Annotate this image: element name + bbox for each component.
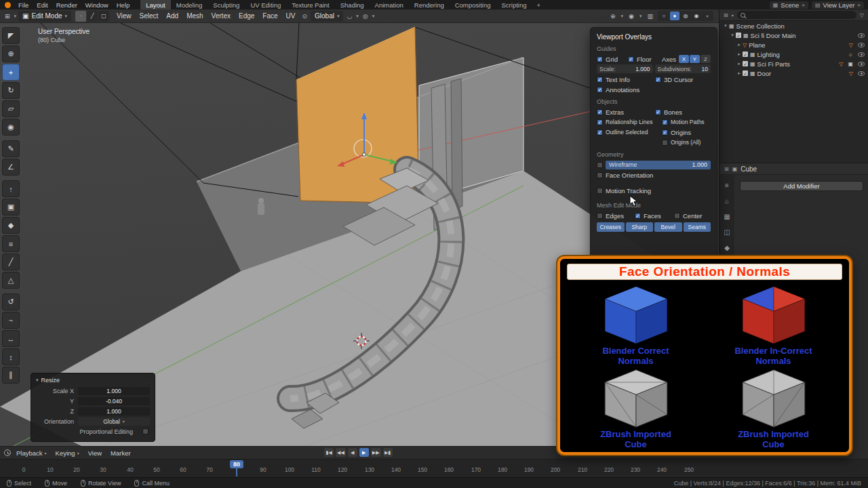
collapse-icon[interactable]: ▾ [729, 33, 736, 38]
face-orientation-toggle[interactable]: Face Orientation [597, 171, 653, 179]
tool-measure-button[interactable]: ∠ [2, 159, 20, 176]
mode-dropdown[interactable]: ▣ Edit Mode ▾ [18, 11, 71, 22]
proportional-editing-checkbox[interactable] [142, 428, 149, 434]
snap-magnet-icon[interactable]: ◡ [344, 13, 354, 20]
expand-icon[interactable]: ▸ [736, 42, 743, 47]
editor-type-icon[interactable]: ⊞ [724, 12, 728, 18]
motion-tracking-toggle[interactable]: Motion Tracking [597, 187, 651, 195]
editor-type-dropdown-icon[interactable]: ▾ [732, 13, 734, 18]
overlays-dropdown-icon[interactable]: ▾ [639, 14, 643, 19]
tool-inset-button[interactable]: ▣ [2, 199, 20, 216]
scene-selector[interactable]: ▦ Scene × [770, 1, 808, 9]
outliner-row-plane[interactable]: ▸ ▽ Plane ▽ [719, 40, 868, 49]
vertex-select-mode-button[interactable]: ∙ [75, 11, 86, 22]
text-info-toggle[interactable]: ✓ Text Info [597, 76, 655, 83]
tool-shear-button[interactable]: ∥ [2, 367, 20, 384]
jump-to-start-button[interactable]: ▮◀ [324, 448, 334, 457]
wireframe-checkbox[interactable] [597, 162, 603, 168]
scale-x-field[interactable]: 1.000 [78, 387, 150, 395]
face-select-mode-button[interactable]: ▢ [98, 11, 109, 22]
outliner-row-sci-fi-parts[interactable]: ▸ ✓ ▦ Sci Fi Parts ▽ ▣ [719, 59, 868, 68]
seams-button[interactable]: Seams [684, 222, 711, 232]
gizmos-dropdown-icon[interactable]: ▾ [620, 14, 625, 19]
wireframe-shading-button[interactable]: ○ [659, 12, 669, 20]
orientation-dropdown[interactable]: Global ▾ [78, 418, 150, 426]
menu-playback[interactable]: Playback ▾ [13, 449, 50, 457]
play-reverse-button[interactable]: ◀ [348, 448, 357, 457]
hide-eye-icon[interactable] [858, 71, 865, 76]
collection-checkbox[interactable]: ✓ [736, 33, 741, 38]
collection-checkbox[interactable]: ✓ [743, 61, 748, 66]
filter-icon[interactable]: ▽ [860, 12, 864, 18]
jump-to-end-button[interactable]: ▶▮ [383, 448, 393, 457]
outliner-row-sci-fi-door-main[interactable]: ▾ ✓ ▦ Sci fi Door Main [719, 30, 868, 40]
tool-knife-button[interactable]: ╱ [2, 253, 20, 270]
resize-operator-panel[interactable]: ▾ Resize Scale X 1.000 Y -0.040 Z 1.000 … [31, 373, 155, 442]
tool-rotate-button[interactable]: ↻ [2, 82, 20, 99]
creases-button[interactable]: Creases [597, 222, 625, 232]
properties-tab-tool-icon[interactable]: ≡ [725, 182, 729, 189]
grid-toggle[interactable]: ✓ Grid [597, 56, 628, 63]
relationship-lines-toggle[interactable]: ✓ Relationship Lines [597, 119, 662, 125]
properties-tab-modifier-icon[interactable]: ◆ [724, 244, 730, 251]
prev-keyframe-button[interactable]: ◀◀ [336, 448, 346, 457]
collapse-icon[interactable]: ▾ [36, 378, 39, 383]
collection-checkbox[interactable]: ✓ [743, 70, 748, 76]
next-keyframe-button[interactable]: ▶▶ [371, 448, 381, 457]
editor-type-icon[interactable]: ⊞ [724, 166, 729, 172]
view-layer-unlink-icon[interactable]: × [857, 2, 861, 8]
annotations-toggle[interactable]: ✓ Annotations [597, 86, 639, 94]
origins-all-toggle[interactable]: Origins (All) [662, 139, 701, 146]
edge-select-mode-button[interactable]: ╱ [87, 11, 98, 22]
play-button[interactable]: ▶ [359, 448, 369, 457]
menu-window[interactable]: Window [81, 1, 113, 9]
tab-modeling[interactable]: Modeling [171, 0, 208, 9]
menu-timeline-view[interactable]: View [85, 449, 105, 457]
menu-marker[interactable]: Marker [107, 449, 134, 457]
axis-x-toggle[interactable]: X [679, 55, 689, 63]
tab-shading[interactable]: Shading [335, 0, 370, 9]
rendered-shading-button[interactable]: ◉ [692, 12, 701, 20]
properties-tab-object-icon[interactable]: ◫ [724, 228, 730, 236]
shading-dropdown-icon[interactable]: ▾ [703, 12, 712, 20]
scene-unlink-icon[interactable]: × [802, 2, 805, 8]
solid-shading-button[interactable]: ● [670, 12, 679, 20]
menu-render[interactable]: Render [52, 1, 81, 9]
properties-tab-scene-icon[interactable]: ▦ [724, 213, 730, 220]
tab-texture-paint[interactable]: Texture Paint [286, 0, 334, 9]
editor-type-icon[interactable]: ⊞ [3, 13, 12, 20]
menu-edge[interactable]: Edge [235, 12, 258, 20]
origins-toggle[interactable]: ✓ Origins [662, 129, 691, 136]
outliner-row-door[interactable]: ▸ ✓ ▦ Door ▽ [719, 68, 868, 78]
add-workspace-button[interactable]: + [532, 0, 545, 9]
hide-eye-icon[interactable] [858, 52, 865, 57]
tool-bevel-button[interactable]: ◆ [2, 217, 20, 234]
menu-file[interactable]: File [14, 1, 33, 9]
extras-toggle[interactable]: ✓ Extras [597, 108, 655, 116]
proportional-editing-icon[interactable]: ◎ [361, 13, 370, 20]
tool-scale-button[interactable]: ▱ [2, 100, 20, 117]
expand-icon[interactable]: ▸ [736, 70, 743, 76]
transform-pivot-icon[interactable]: ⊙ [300, 13, 309, 20]
grid-scale-field[interactable]: Scale: 1.000 [597, 64, 653, 73]
blender-logo-icon[interactable] [5, 2, 11, 8]
scale-z-field[interactable]: 1.000 [78, 407, 150, 415]
properties-tab-render-icon[interactable]: ⌂ [725, 197, 729, 205]
add-modifier-button[interactable]: Add Modifier [740, 181, 863, 191]
tool-annotate-button[interactable]: ✎ [2, 140, 20, 157]
tool-smooth-button[interactable]: ~ [2, 312, 20, 329]
tool-spin-button[interactable]: ↺ [2, 293, 20, 310]
collection-checkbox[interactable]: ✓ [743, 52, 748, 57]
wireframe-slider[interactable]: Wireframe 1.000 [606, 161, 711, 169]
menu-keying[interactable]: Keying ▾ [52, 449, 83, 457]
sharp-button[interactable]: Sharp [626, 222, 654, 232]
proportional-dropdown-icon[interactable]: ▾ [372, 14, 376, 19]
tool-select-box-button[interactable]: ◤ [2, 27, 20, 44]
menu-view[interactable]: View [113, 12, 135, 20]
axis-z-toggle[interactable]: Z [701, 55, 711, 63]
menu-edit[interactable]: Edit [33, 1, 52, 9]
menu-uv[interactable]: UV [283, 12, 299, 20]
tab-uv-editing[interactable]: UV Editing [245, 0, 286, 9]
hide-eye-icon[interactable] [858, 43, 865, 47]
edges-toggle[interactable]: Edges [597, 212, 635, 220]
